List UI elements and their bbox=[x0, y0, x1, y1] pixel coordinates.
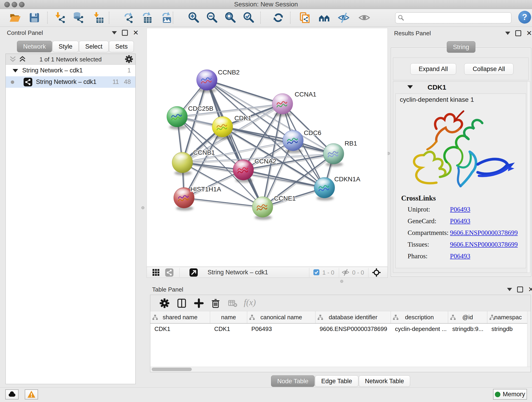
memory-label: Memory bbox=[503, 391, 525, 398]
table-body: CDK1CDK1P064939606.ENSP00000378699cyclin… bbox=[150, 324, 531, 334]
tab-string[interactable]: String bbox=[447, 41, 475, 53]
save-session-icon[interactable] bbox=[28, 11, 41, 24]
fit-crosshair-icon[interactable] bbox=[372, 268, 381, 277]
column-header-database-identifier[interactable]: database identifier bbox=[316, 311, 391, 323]
network-row[interactable]: String Network – cdk1 11 48 bbox=[6, 76, 135, 88]
collapse-all-button[interactable]: Collapse All bbox=[464, 63, 513, 75]
panel-close-icon[interactable]: ✕ bbox=[526, 31, 532, 36]
crosslink-label: Tissues: bbox=[408, 241, 450, 248]
selected-checkbox-icon[interactable] bbox=[313, 269, 320, 275]
memory-button[interactable]: Memory bbox=[493, 389, 527, 400]
window-minimize-icon[interactable] bbox=[12, 2, 17, 7]
node-label-CCNA1: CCNA1 bbox=[295, 91, 317, 98]
tab-select[interactable]: Select bbox=[79, 41, 109, 52]
network-node-CCNB1[interactable] bbox=[172, 152, 193, 175]
add-column-icon[interactable] bbox=[194, 298, 204, 308]
column-label: description bbox=[405, 314, 434, 321]
external-link-icon[interactable] bbox=[190, 268, 198, 277]
table-columns-icon[interactable] bbox=[177, 298, 187, 308]
node-table: shared namenamecanonical namedatabase id… bbox=[150, 311, 531, 367]
results-scrollbar[interactable] bbox=[527, 81, 530, 273]
delete-column-icon[interactable] bbox=[210, 298, 221, 308]
panel-float-icon[interactable] bbox=[515, 30, 521, 36]
hide-selected-icon[interactable] bbox=[337, 11, 350, 24]
crosslink-link[interactable]: 9606.ENSP00000378699 bbox=[450, 241, 518, 248]
network-node-CDC6[interactable] bbox=[283, 130, 303, 153]
network-type-icon[interactable] bbox=[165, 268, 173, 277]
show-all-icon[interactable] bbox=[358, 11, 371, 24]
zoom-out-icon[interactable] bbox=[206, 11, 218, 24]
node-label-CDC25B: CDC25B bbox=[188, 105, 213, 112]
first-neighbors-icon[interactable] bbox=[318, 11, 331, 24]
import-network-file-icon[interactable] bbox=[54, 11, 66, 24]
zoom-selected-icon[interactable] bbox=[242, 11, 255, 24]
zoom-in-icon[interactable] bbox=[187, 11, 200, 24]
panel-minimize-icon[interactable] bbox=[505, 32, 510, 35]
tab-style[interactable]: Style bbox=[52, 41, 79, 52]
window-close-icon[interactable] bbox=[4, 2, 10, 7]
network-node-CDC25B[interactable] bbox=[167, 106, 187, 129]
splitter-grip[interactable] bbox=[340, 280, 343, 283]
crosslink-row: Tissues:9606.ENSP00000378699 bbox=[408, 241, 522, 252]
import-table-icon[interactable] bbox=[92, 11, 105, 24]
search-input[interactable] bbox=[405, 13, 510, 22]
crosslink-link[interactable]: P06493 bbox=[450, 206, 470, 213]
panel-minimize-icon[interactable] bbox=[507, 288, 512, 291]
table-gear-icon[interactable] bbox=[159, 298, 170, 308]
export-image-icon[interactable] bbox=[160, 11, 172, 24]
panel-close-icon[interactable]: ✕ bbox=[133, 31, 139, 35]
network-edge[interactable] bbox=[184, 198, 263, 207]
column-header-description[interactable]: description bbox=[391, 311, 448, 323]
network-collection-row[interactable]: String Network – cdk1 1 bbox=[6, 65, 135, 76]
network-canvas[interactable]: CCNB2CCNA1CDC25BCDK1CDC6RB1CCNB1CCNA2CDK… bbox=[147, 28, 388, 267]
table-cell: stringdb bbox=[487, 325, 529, 332]
splitter-grip[interactable] bbox=[141, 206, 144, 209]
network-edge[interactable] bbox=[243, 170, 324, 188]
import-network-database-icon[interactable] bbox=[72, 11, 85, 24]
scrollbar-thumb[interactable] bbox=[152, 368, 192, 371]
network-node-CCNE1[interactable] bbox=[252, 197, 273, 220]
table-vertical-scrollbar[interactable] bbox=[527, 311, 531, 367]
help-icon[interactable]: ? bbox=[518, 11, 531, 24]
table-row[interactable]: CDK1CDK1P064939606.ENSP00000378699cyclin… bbox=[150, 324, 531, 334]
column-header--id[interactable]: @id bbox=[448, 311, 487, 323]
panel-float-icon[interactable] bbox=[517, 287, 523, 293]
export-network-icon[interactable] bbox=[122, 11, 135, 24]
network-node-CDKN1A[interactable] bbox=[314, 177, 335, 201]
network-node-RB1[interactable] bbox=[323, 143, 344, 167]
column-header-namespac[interactable]: namespac bbox=[487, 311, 529, 323]
refresh-icon[interactable] bbox=[272, 11, 285, 24]
tab-sets[interactable]: Sets bbox=[109, 41, 134, 52]
table-header-row: shared namenamecanonical namedatabase id… bbox=[150, 311, 531, 324]
expand-all-button[interactable]: Expand All bbox=[410, 63, 456, 75]
disclosure-triangle-icon[interactable] bbox=[13, 69, 18, 72]
crosslink-link[interactable]: P06493 bbox=[450, 217, 470, 225]
clone-network-icon[interactable] bbox=[298, 11, 311, 24]
birds-eye-view-icon[interactable] bbox=[152, 268, 160, 277]
column-header-name[interactable]: name bbox=[210, 311, 247, 323]
tab-network[interactable]: Network bbox=[17, 41, 52, 52]
open-session-icon[interactable] bbox=[9, 11, 22, 24]
network-edge[interactable] bbox=[207, 80, 283, 104]
tab-edge-table[interactable]: Edge Table bbox=[315, 375, 358, 387]
panel-minimize-icon[interactable] bbox=[112, 31, 117, 34]
panel-close-icon[interactable]: ✕ bbox=[528, 287, 532, 292]
export-table-icon[interactable] bbox=[140, 11, 153, 24]
network-node-CCNA1[interactable] bbox=[272, 94, 293, 117]
hidden-eye-slash-icon[interactable] bbox=[342, 268, 349, 276]
warning-icon[interactable] bbox=[25, 389, 38, 400]
tab-network-table[interactable]: Network Table bbox=[359, 375, 410, 387]
crosslink-link[interactable]: P06493 bbox=[450, 252, 470, 260]
tab-node-table[interactable]: Node Table bbox=[271, 375, 315, 387]
window-zoom-icon[interactable] bbox=[19, 2, 25, 7]
table-horizontal-scrollbar[interactable] bbox=[150, 367, 531, 372]
panel-float-icon[interactable] bbox=[122, 30, 128, 36]
zoom-fit-icon[interactable] bbox=[224, 11, 237, 24]
column-header-canonical-name[interactable]: canonical name bbox=[247, 311, 316, 323]
gear-icon[interactable] bbox=[125, 55, 133, 63]
crosslink-link[interactable]: 9606.ENSP00000378699 bbox=[450, 229, 518, 236]
hierarchy-icon bbox=[393, 314, 399, 320]
disclosure-triangle-icon[interactable] bbox=[407, 85, 413, 89]
column-header-shared-name[interactable]: shared name bbox=[150, 311, 210, 323]
cloud-icon[interactable] bbox=[5, 389, 19, 400]
